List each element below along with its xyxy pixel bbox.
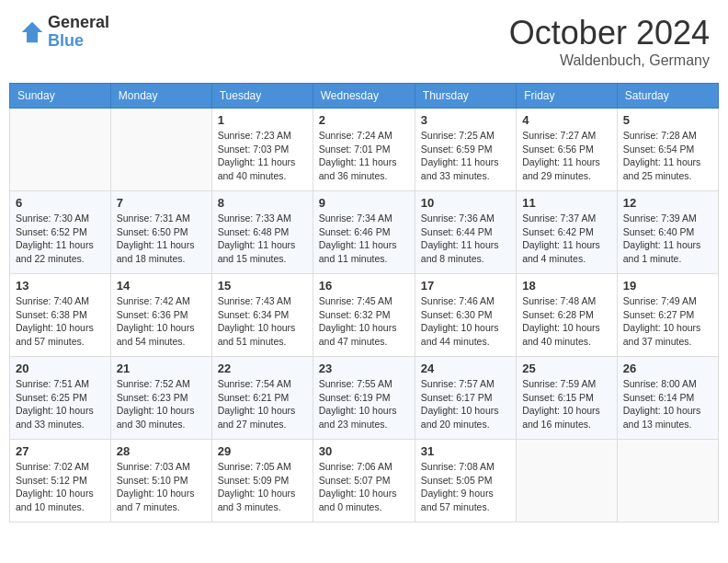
day-info: Sunrise: 7:31 AMSunset: 6:50 PMDaylight:… [117, 212, 206, 266]
day-info: Sunrise: 7:36 AMSunset: 6:44 PMDaylight:… [421, 212, 510, 266]
calendar-cell: 9Sunrise: 7:34 AMSunset: 6:46 PMDaylight… [313, 191, 415, 274]
day-info: Sunrise: 7:05 AMSunset: 5:09 PMDaylight:… [218, 460, 307, 514]
day-number: 8 [218, 196, 307, 210]
calendar-cell: 29Sunrise: 7:05 AMSunset: 5:09 PMDayligh… [211, 440, 313, 523]
day-info: Sunrise: 7:55 AMSunset: 6:19 PMDaylight:… [319, 377, 409, 431]
svg-marker-0 [22, 22, 43, 43]
day-info: Sunrise: 7:30 AMSunset: 6:52 PMDaylight:… [16, 212, 105, 266]
calendar-cell: 22Sunrise: 7:54 AMSunset: 6:21 PMDayligh… [211, 357, 313, 440]
calendar-cell: 2Sunrise: 7:24 AMSunset: 7:01 PMDaylight… [313, 109, 415, 191]
calendar-week-row: 27Sunrise: 7:02 AMSunset: 5:12 PMDayligh… [10, 440, 719, 523]
day-number: 12 [623, 196, 712, 210]
day-info: Sunrise: 7:40 AMSunset: 6:38 PMDaylight:… [16, 294, 105, 349]
calendar-header-row: SundayMondayTuesdayWednesdayThursdayFrid… [10, 84, 719, 109]
calendar-header-thursday: Thursday [415, 84, 516, 109]
day-info: Sunrise: 7:06 AMSunset: 5:07 PMDaylight:… [319, 460, 409, 514]
calendar-cell: 23Sunrise: 7:55 AMSunset: 6:19 PMDayligh… [313, 357, 415, 440]
calendar-header-tuesday: Tuesday [211, 84, 313, 109]
calendar-cell: 8Sunrise: 7:33 AMSunset: 6:48 PMDaylight… [211, 191, 313, 274]
day-info: Sunrise: 7:02 AMSunset: 5:12 PMDaylight:… [16, 460, 105, 514]
calendar-cell: 31Sunrise: 7:08 AMSunset: 5:05 PMDayligh… [415, 440, 516, 523]
day-number: 20 [16, 362, 105, 375]
day-number: 29 [218, 444, 307, 458]
day-number: 14 [117, 279, 206, 293]
calendar-cell: 15Sunrise: 7:43 AMSunset: 6:34 PMDayligh… [211, 274, 313, 357]
calendar-week-row: 1Sunrise: 7:23 AMSunset: 7:03 PMDaylight… [10, 109, 719, 191]
day-number: 13 [16, 279, 105, 293]
calendar-cell: 13Sunrise: 7:40 AMSunset: 6:38 PMDayligh… [10, 274, 111, 357]
calendar-cell: 28Sunrise: 7:03 AMSunset: 5:10 PMDayligh… [110, 440, 211, 523]
day-number: 10 [421, 196, 510, 210]
calendar-cell: 11Sunrise: 7:37 AMSunset: 6:42 PMDayligh… [517, 191, 618, 274]
calendar-cell: 10Sunrise: 7:36 AMSunset: 6:44 PMDayligh… [415, 191, 516, 274]
day-number: 6 [16, 196, 105, 210]
logo-blue: Blue [48, 32, 109, 51]
day-info: Sunrise: 7:54 AMSunset: 6:21 PMDaylight:… [218, 377, 307, 431]
day-number: 9 [319, 196, 409, 210]
day-number: 31 [421, 444, 510, 458]
day-info: Sunrise: 7:25 AMSunset: 6:59 PMDaylight:… [421, 129, 510, 183]
day-info: Sunrise: 7:28 AMSunset: 6:54 PMDaylight:… [623, 129, 712, 183]
day-number: 23 [319, 362, 409, 375]
day-info: Sunrise: 7:39 AMSunset: 6:40 PMDaylight:… [623, 212, 712, 266]
day-number: 26 [623, 362, 712, 375]
day-info: Sunrise: 8:00 AMSunset: 6:14 PMDaylight:… [623, 377, 712, 431]
day-info: Sunrise: 7:49 AMSunset: 6:27 PMDaylight:… [623, 294, 712, 349]
day-number: 24 [421, 362, 510, 375]
day-info: Sunrise: 7:48 AMSunset: 6:28 PMDaylight:… [522, 294, 611, 349]
day-number: 2 [319, 113, 409, 127]
calendar-cell: 3Sunrise: 7:25 AMSunset: 6:59 PMDaylight… [415, 109, 516, 191]
calendar-cell: 4Sunrise: 7:27 AMSunset: 6:56 PMDaylight… [517, 109, 618, 191]
calendar-header-sunday: Sunday [10, 84, 111, 109]
logo-text: General Blue [48, 14, 109, 51]
calendar-cell: 21Sunrise: 7:52 AMSunset: 6:23 PMDayligh… [110, 357, 211, 440]
day-number: 7 [117, 196, 206, 210]
calendar-cell: 17Sunrise: 7:46 AMSunset: 6:30 PMDayligh… [415, 274, 516, 357]
day-info: Sunrise: 7:52 AMSunset: 6:23 PMDaylight:… [117, 377, 206, 431]
calendar-cell: 12Sunrise: 7:39 AMSunset: 6:40 PMDayligh… [617, 191, 718, 274]
day-info: Sunrise: 7:43 AMSunset: 6:34 PMDaylight:… [218, 294, 307, 349]
calendar-cell: 1Sunrise: 7:23 AMSunset: 7:03 PMDaylight… [211, 109, 313, 191]
location-title: Waldenbuch, Germany [509, 52, 710, 69]
day-number: 27 [16, 444, 105, 458]
day-number: 15 [218, 279, 307, 293]
day-info: Sunrise: 7:23 AMSunset: 7:03 PMDaylight:… [218, 129, 307, 183]
day-info: Sunrise: 7:42 AMSunset: 6:36 PMDaylight:… [117, 294, 206, 349]
calendar-header-wednesday: Wednesday [313, 84, 415, 109]
day-number: 18 [522, 279, 611, 293]
day-info: Sunrise: 7:03 AMSunset: 5:10 PMDaylight:… [117, 460, 206, 514]
day-info: Sunrise: 7:37 AMSunset: 6:42 PMDaylight:… [522, 212, 611, 266]
logo-general: General [48, 14, 109, 32]
calendar-cell: 26Sunrise: 8:00 AMSunset: 6:14 PMDayligh… [617, 357, 718, 440]
calendar-cell: 25Sunrise: 7:59 AMSunset: 6:15 PMDayligh… [517, 357, 618, 440]
month-title: October 2024 [509, 14, 710, 52]
day-info: Sunrise: 7:59 AMSunset: 6:15 PMDaylight:… [522, 377, 611, 431]
calendar-cell [617, 440, 718, 523]
calendar-cell: 16Sunrise: 7:45 AMSunset: 6:32 PMDayligh… [313, 274, 415, 357]
calendar-cell: 27Sunrise: 7:02 AMSunset: 5:12 PMDayligh… [10, 440, 111, 523]
page-header: General Blue October 2024 Waldenbuch, Ge… [9, 9, 719, 74]
calendar-cell: 18Sunrise: 7:48 AMSunset: 6:28 PMDayligh… [517, 274, 618, 357]
day-number: 30 [319, 444, 409, 458]
calendar-cell: 6Sunrise: 7:30 AMSunset: 6:52 PMDaylight… [10, 191, 111, 274]
day-info: Sunrise: 7:46 AMSunset: 6:30 PMDaylight:… [421, 294, 510, 349]
day-number: 21 [117, 362, 206, 375]
day-info: Sunrise: 7:08 AMSunset: 5:05 PMDaylight:… [421, 460, 510, 514]
calendar-cell [10, 109, 111, 191]
calendar-week-row: 20Sunrise: 7:51 AMSunset: 6:25 PMDayligh… [10, 357, 719, 440]
calendar-cell: 24Sunrise: 7:57 AMSunset: 6:17 PMDayligh… [415, 357, 516, 440]
calendar-cell [517, 440, 618, 523]
calendar-table: SundayMondayTuesdayWednesdayThursdayFrid… [9, 83, 719, 523]
calendar-week-row: 13Sunrise: 7:40 AMSunset: 6:38 PMDayligh… [10, 274, 719, 357]
day-number: 1 [218, 113, 307, 127]
calendar-cell: 30Sunrise: 7:06 AMSunset: 5:07 PMDayligh… [313, 440, 415, 523]
calendar-header-saturday: Saturday [617, 84, 718, 109]
day-info: Sunrise: 7:51 AMSunset: 6:25 PMDaylight:… [16, 377, 105, 431]
day-number: 16 [319, 279, 409, 293]
day-info: Sunrise: 7:24 AMSunset: 7:01 PMDaylight:… [319, 129, 409, 183]
day-number: 22 [218, 362, 307, 375]
day-number: 19 [623, 279, 712, 293]
calendar-cell: 5Sunrise: 7:28 AMSunset: 6:54 PMDaylight… [617, 109, 718, 191]
day-info: Sunrise: 7:33 AMSunset: 6:48 PMDaylight:… [218, 212, 307, 266]
day-number: 3 [421, 113, 510, 127]
